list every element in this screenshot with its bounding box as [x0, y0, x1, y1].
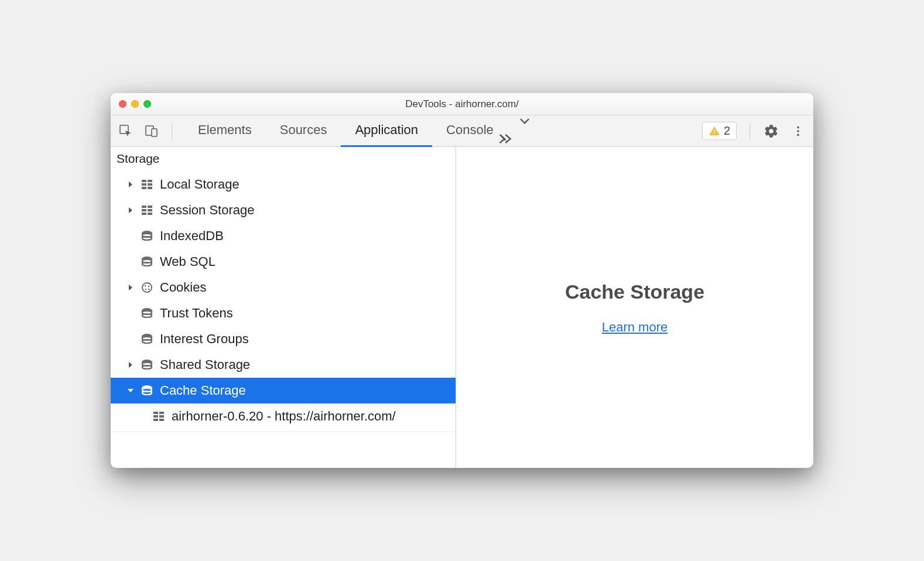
tab-sources[interactable]: Sources — [266, 115, 341, 147]
svg-rect-11 — [148, 183, 152, 186]
toolbar: Elements Sources Application Console — [111, 115, 813, 147]
svg-point-36 — [142, 340, 152, 343]
svg-rect-17 — [148, 209, 152, 211]
warning-icon — [709, 125, 720, 137]
sidebar-item-label: Cookies — [160, 280, 206, 295]
sidebar-item-cache-storage[interactable]: Cache Storage — [111, 378, 456, 403]
sidebar: Storage Local Storage — [111, 147, 456, 468]
svg-rect-18 — [142, 213, 146, 215]
sidebar-item-label: Local Storage — [160, 177, 239, 192]
svg-rect-9 — [148, 180, 152, 182]
database-icon — [140, 385, 154, 396]
sidebar-item-label: Interest Groups — [160, 331, 249, 347]
main-heading: Cache Storage — [565, 280, 704, 303]
svg-rect-45 — [153, 415, 158, 418]
content: Storage Local Storage — [111, 147, 813, 468]
minimize-button[interactable] — [131, 100, 139, 108]
svg-rect-48 — [159, 419, 164, 421]
kebab-menu-icon[interactable] — [790, 123, 806, 139]
sidebar-item-label: Web SQL — [160, 254, 215, 269]
svg-rect-10 — [142, 183, 146, 186]
sidebar-item-cookies[interactable]: Cookies — [111, 275, 456, 300]
svg-point-42 — [142, 391, 152, 395]
svg-rect-12 — [142, 187, 146, 189]
database-icon — [140, 256, 154, 268]
toolbar-left: Elements Sources Application Console — [118, 114, 542, 149]
svg-rect-13 — [148, 187, 152, 189]
svg-rect-19 — [148, 213, 152, 215]
maximize-button[interactable] — [143, 100, 151, 108]
learn-more-link[interactable]: Learn more — [602, 320, 668, 335]
svg-point-27 — [145, 285, 146, 287]
svg-point-22 — [142, 237, 152, 240]
cookie-icon — [140, 282, 154, 293]
svg-rect-43 — [153, 412, 158, 414]
sidebar-item-local-storage[interactable]: Local Storage — [111, 172, 456, 197]
grid-icon — [140, 204, 154, 216]
gear-icon[interactable] — [763, 123, 779, 139]
toolbar-divider-2 — [750, 123, 750, 139]
sidebar-item-session-storage[interactable]: Session Storage — [111, 197, 456, 223]
svg-rect-46 — [159, 415, 164, 418]
device-toggle-icon[interactable] — [143, 123, 160, 139]
svg-rect-2 — [152, 129, 157, 136]
svg-point-7 — [797, 134, 799, 136]
sidebar-item-trust-tokens[interactable]: Trust Tokens — [111, 300, 456, 326]
svg-rect-14 — [142, 206, 146, 208]
database-icon — [140, 230, 154, 242]
inspect-icon[interactable] — [118, 123, 134, 139]
issues-badge[interactable]: 2 — [702, 122, 737, 140]
svg-point-33 — [142, 314, 152, 317]
storage-tree: Local Storage Session Storage — [111, 172, 456, 468]
devtools-window: DevTools - airhorner.com/ Elements Sourc… — [111, 93, 813, 468]
svg-point-5 — [797, 126, 799, 128]
svg-point-25 — [142, 262, 152, 266]
database-icon — [140, 307, 154, 319]
tab-console[interactable]: Console — [432, 115, 508, 147]
svg-rect-15 — [148, 206, 152, 208]
svg-rect-3 — [714, 129, 715, 132]
traffic-lights — [111, 100, 151, 108]
sidebar-header: Storage — [111, 147, 456, 172]
more-tabs-icon[interactable] — [508, 114, 542, 149]
grid-icon — [152, 411, 166, 422]
toolbar-right: 2 — [702, 122, 806, 140]
svg-point-29 — [145, 289, 147, 290]
chevron-right-icon — [127, 182, 134, 187]
sidebar-item-label: Trust Tokens — [160, 306, 233, 321]
svg-rect-44 — [159, 412, 164, 414]
sidebar-item-label: Shared Storage — [160, 357, 250, 372]
svg-point-28 — [148, 286, 150, 288]
chevron-right-icon — [127, 362, 134, 368]
sidebar-item-web-sql[interactable]: Web SQL — [111, 249, 456, 275]
database-icon — [140, 359, 154, 371]
sidebar-item-label: IndexedDB — [160, 228, 224, 244]
tab-application[interactable]: Application — [341, 115, 432, 147]
tab-elements[interactable]: Elements — [184, 115, 266, 147]
svg-rect-8 — [142, 180, 146, 182]
chevron-down-icon — [127, 388, 134, 394]
sidebar-item-label: Cache Storage — [160, 383, 246, 398]
sidebar-item-interest-groups[interactable]: Interest Groups — [111, 326, 456, 352]
tree-divider — [111, 432, 456, 432]
sidebar-item-label: airhorner-0.6.20 - https://airhorner.com… — [172, 409, 396, 424]
grid-icon — [140, 179, 154, 190]
svg-point-30 — [148, 289, 150, 290]
close-button[interactable] — [119, 100, 126, 108]
svg-point-6 — [797, 130, 799, 132]
svg-rect-47 — [153, 419, 158, 421]
tabs: Elements Sources Application Console — [184, 114, 542, 149]
issues-count: 2 — [724, 124, 730, 138]
svg-rect-16 — [142, 209, 146, 211]
svg-point-26 — [142, 283, 152, 292]
toolbar-divider — [172, 123, 172, 139]
svg-point-39 — [142, 365, 152, 369]
sidebar-item-shared-storage[interactable]: Shared Storage — [111, 352, 456, 378]
sidebar-item-cache-entry[interactable]: airhorner-0.6.20 - https://airhorner.com… — [111, 403, 456, 429]
sidebar-item-indexeddb[interactable]: IndexedDB — [111, 223, 456, 249]
svg-rect-4 — [714, 132, 715, 134]
chevron-right-icon — [127, 285, 134, 290]
main-pane: Cache Storage Learn more — [456, 147, 813, 468]
database-icon — [140, 333, 154, 345]
window-title: DevTools - airhorner.com/ — [111, 98, 813, 110]
